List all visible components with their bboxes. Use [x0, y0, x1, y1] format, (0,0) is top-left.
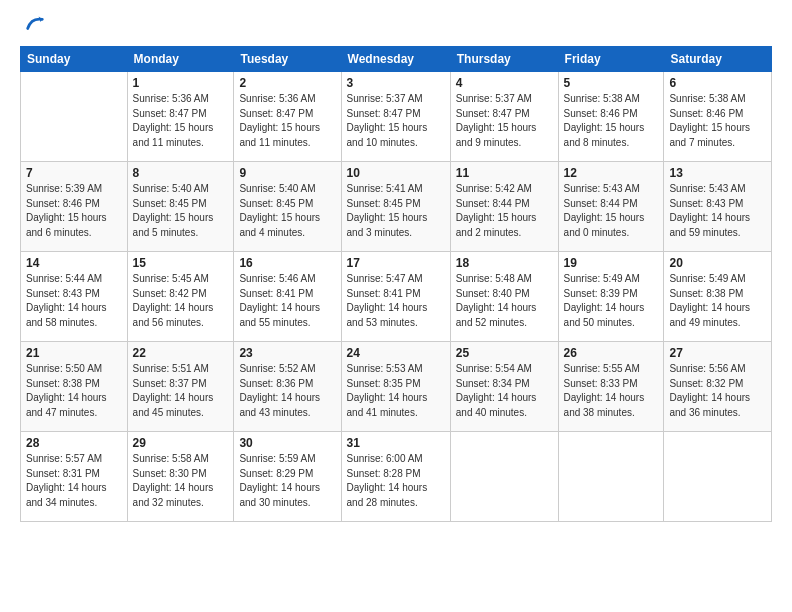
- day-number: 29: [133, 436, 229, 450]
- day-info: Sunrise: 5:47 AMSunset: 8:41 PMDaylight:…: [347, 272, 445, 330]
- day-number: 5: [564, 76, 659, 90]
- calendar-cell: [664, 432, 772, 522]
- calendar-cell: 1Sunrise: 5:36 AMSunset: 8:47 PMDaylight…: [127, 72, 234, 162]
- day-info: Sunrise: 5:40 AMSunset: 8:45 PMDaylight:…: [133, 182, 229, 240]
- calendar-header: SundayMondayTuesdayWednesdayThursdayFrid…: [21, 47, 772, 72]
- calendar-cell: 18Sunrise: 5:48 AMSunset: 8:40 PMDayligh…: [450, 252, 558, 342]
- day-number: 1: [133, 76, 229, 90]
- day-info: Sunrise: 5:49 AMSunset: 8:39 PMDaylight:…: [564, 272, 659, 330]
- day-info: Sunrise: 5:41 AMSunset: 8:45 PMDaylight:…: [347, 182, 445, 240]
- calendar-cell: 24Sunrise: 5:53 AMSunset: 8:35 PMDayligh…: [341, 342, 450, 432]
- day-number: 14: [26, 256, 122, 270]
- calendar-cell: 8Sunrise: 5:40 AMSunset: 8:45 PMDaylight…: [127, 162, 234, 252]
- calendar-cell: 2Sunrise: 5:36 AMSunset: 8:47 PMDaylight…: [234, 72, 341, 162]
- day-info: Sunrise: 5:56 AMSunset: 8:32 PMDaylight:…: [669, 362, 766, 420]
- day-info: Sunrise: 5:58 AMSunset: 8:30 PMDaylight:…: [133, 452, 229, 510]
- calendar-cell: 11Sunrise: 5:42 AMSunset: 8:44 PMDayligh…: [450, 162, 558, 252]
- day-info: Sunrise: 5:37 AMSunset: 8:47 PMDaylight:…: [347, 92, 445, 150]
- day-number: 31: [347, 436, 445, 450]
- day-number: 21: [26, 346, 122, 360]
- day-number: 17: [347, 256, 445, 270]
- week-row-0: 1Sunrise: 5:36 AMSunset: 8:47 PMDaylight…: [21, 72, 772, 162]
- day-number: 13: [669, 166, 766, 180]
- day-number: 8: [133, 166, 229, 180]
- calendar-cell: 14Sunrise: 5:44 AMSunset: 8:43 PMDayligh…: [21, 252, 128, 342]
- calendar-cell: 9Sunrise: 5:40 AMSunset: 8:45 PMDaylight…: [234, 162, 341, 252]
- day-number: 6: [669, 76, 766, 90]
- calendar-body: 1Sunrise: 5:36 AMSunset: 8:47 PMDaylight…: [21, 72, 772, 522]
- day-number: 22: [133, 346, 229, 360]
- day-info: Sunrise: 5:36 AMSunset: 8:47 PMDaylight:…: [133, 92, 229, 150]
- calendar-cell: [558, 432, 664, 522]
- day-info: Sunrise: 5:54 AMSunset: 8:34 PMDaylight:…: [456, 362, 553, 420]
- logo: [20, 16, 46, 34]
- day-number: 26: [564, 346, 659, 360]
- header-day-friday: Friday: [558, 47, 664, 72]
- day-info: Sunrise: 5:38 AMSunset: 8:46 PMDaylight:…: [669, 92, 766, 150]
- day-number: 3: [347, 76, 445, 90]
- day-info: Sunrise: 6:00 AMSunset: 8:28 PMDaylight:…: [347, 452, 445, 510]
- day-info: Sunrise: 5:36 AMSunset: 8:47 PMDaylight:…: [239, 92, 335, 150]
- day-info: Sunrise: 5:46 AMSunset: 8:41 PMDaylight:…: [239, 272, 335, 330]
- calendar-cell: 28Sunrise: 5:57 AMSunset: 8:31 PMDayligh…: [21, 432, 128, 522]
- calendar-cell: 6Sunrise: 5:38 AMSunset: 8:46 PMDaylight…: [664, 72, 772, 162]
- calendar-cell: 23Sunrise: 5:52 AMSunset: 8:36 PMDayligh…: [234, 342, 341, 432]
- day-info: Sunrise: 5:57 AMSunset: 8:31 PMDaylight:…: [26, 452, 122, 510]
- calendar-cell: 3Sunrise: 5:37 AMSunset: 8:47 PMDaylight…: [341, 72, 450, 162]
- header-day-thursday: Thursday: [450, 47, 558, 72]
- calendar-table: SundayMondayTuesdayWednesdayThursdayFrid…: [20, 46, 772, 522]
- week-row-4: 28Sunrise: 5:57 AMSunset: 8:31 PMDayligh…: [21, 432, 772, 522]
- day-number: 10: [347, 166, 445, 180]
- calendar-cell: 19Sunrise: 5:49 AMSunset: 8:39 PMDayligh…: [558, 252, 664, 342]
- day-info: Sunrise: 5:43 AMSunset: 8:43 PMDaylight:…: [669, 182, 766, 240]
- day-info: Sunrise: 5:44 AMSunset: 8:43 PMDaylight:…: [26, 272, 122, 330]
- calendar-cell: 26Sunrise: 5:55 AMSunset: 8:33 PMDayligh…: [558, 342, 664, 432]
- calendar-cell: 20Sunrise: 5:49 AMSunset: 8:38 PMDayligh…: [664, 252, 772, 342]
- day-number: 27: [669, 346, 766, 360]
- calendar-cell: 21Sunrise: 5:50 AMSunset: 8:38 PMDayligh…: [21, 342, 128, 432]
- day-info: Sunrise: 5:38 AMSunset: 8:46 PMDaylight:…: [564, 92, 659, 150]
- day-number: 2: [239, 76, 335, 90]
- day-number: 30: [239, 436, 335, 450]
- calendar-cell: 22Sunrise: 5:51 AMSunset: 8:37 PMDayligh…: [127, 342, 234, 432]
- day-number: 18: [456, 256, 553, 270]
- day-number: 16: [239, 256, 335, 270]
- calendar-cell: 27Sunrise: 5:56 AMSunset: 8:32 PMDayligh…: [664, 342, 772, 432]
- day-number: 12: [564, 166, 659, 180]
- week-row-2: 14Sunrise: 5:44 AMSunset: 8:43 PMDayligh…: [21, 252, 772, 342]
- header: [20, 16, 772, 34]
- calendar-cell: 30Sunrise: 5:59 AMSunset: 8:29 PMDayligh…: [234, 432, 341, 522]
- day-info: Sunrise: 5:43 AMSunset: 8:44 PMDaylight:…: [564, 182, 659, 240]
- calendar-cell: 15Sunrise: 5:45 AMSunset: 8:42 PMDayligh…: [127, 252, 234, 342]
- day-info: Sunrise: 5:45 AMSunset: 8:42 PMDaylight:…: [133, 272, 229, 330]
- calendar-cell: 16Sunrise: 5:46 AMSunset: 8:41 PMDayligh…: [234, 252, 341, 342]
- day-number: 28: [26, 436, 122, 450]
- logo-text: [20, 16, 46, 34]
- header-day-wednesday: Wednesday: [341, 47, 450, 72]
- day-number: 7: [26, 166, 122, 180]
- calendar-cell: 5Sunrise: 5:38 AMSunset: 8:46 PMDaylight…: [558, 72, 664, 162]
- calendar-cell: 17Sunrise: 5:47 AMSunset: 8:41 PMDayligh…: [341, 252, 450, 342]
- day-number: 25: [456, 346, 553, 360]
- calendar-cell: 10Sunrise: 5:41 AMSunset: 8:45 PMDayligh…: [341, 162, 450, 252]
- day-number: 15: [133, 256, 229, 270]
- header-row: SundayMondayTuesdayWednesdayThursdayFrid…: [21, 47, 772, 72]
- day-info: Sunrise: 5:39 AMSunset: 8:46 PMDaylight:…: [26, 182, 122, 240]
- day-info: Sunrise: 5:49 AMSunset: 8:38 PMDaylight:…: [669, 272, 766, 330]
- day-number: 9: [239, 166, 335, 180]
- day-number: 24: [347, 346, 445, 360]
- day-info: Sunrise: 5:48 AMSunset: 8:40 PMDaylight:…: [456, 272, 553, 330]
- calendar-cell: [450, 432, 558, 522]
- day-info: Sunrise: 5:40 AMSunset: 8:45 PMDaylight:…: [239, 182, 335, 240]
- logo-icon: [24, 12, 46, 34]
- day-info: Sunrise: 5:52 AMSunset: 8:36 PMDaylight:…: [239, 362, 335, 420]
- header-day-tuesday: Tuesday: [234, 47, 341, 72]
- week-row-1: 7Sunrise: 5:39 AMSunset: 8:46 PMDaylight…: [21, 162, 772, 252]
- page: SundayMondayTuesdayWednesdayThursdayFrid…: [0, 0, 792, 612]
- week-row-3: 21Sunrise: 5:50 AMSunset: 8:38 PMDayligh…: [21, 342, 772, 432]
- header-day-saturday: Saturday: [664, 47, 772, 72]
- calendar-cell: 31Sunrise: 6:00 AMSunset: 8:28 PMDayligh…: [341, 432, 450, 522]
- header-day-sunday: Sunday: [21, 47, 128, 72]
- calendar-cell: 7Sunrise: 5:39 AMSunset: 8:46 PMDaylight…: [21, 162, 128, 252]
- header-day-monday: Monday: [127, 47, 234, 72]
